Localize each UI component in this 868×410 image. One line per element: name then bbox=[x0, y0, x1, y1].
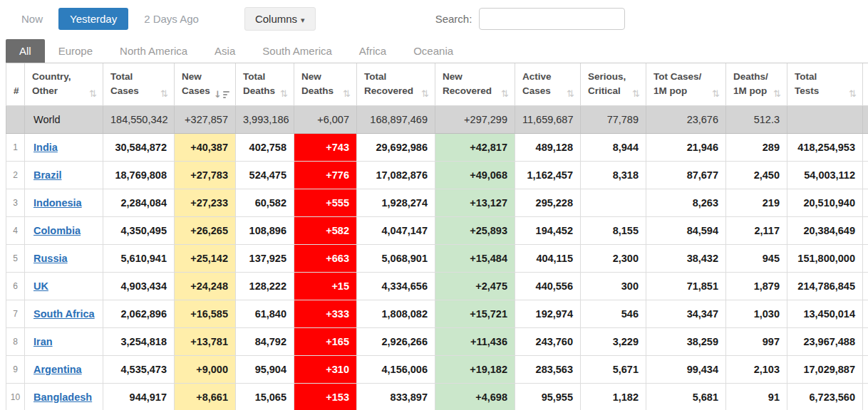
covid-stats-table: #Country, Other⇅Total Cases⇅New Cases↓To… bbox=[6, 63, 868, 410]
country-link[interactable]: Brazil bbox=[33, 169, 62, 181]
cell-total-cases: 3,254,818 bbox=[103, 327, 175, 355]
cell-new-cases: +9,000 bbox=[175, 355, 236, 383]
column-header-serious-critical[interactable]: Serious, Critical⇅ bbox=[581, 63, 646, 105]
cell-total-deaths: 61,840 bbox=[236, 300, 294, 327]
column-header-total-recovered[interactable]: Total Recovered⇅ bbox=[357, 63, 435, 105]
cell-country: Brazil bbox=[25, 161, 103, 189]
cell-total-tests: 6,723,560 bbox=[787, 383, 863, 410]
cell-active-cases: 11,659,687 bbox=[515, 105, 581, 133]
cell-total-recovered: 1,808,082 bbox=[357, 300, 435, 327]
time-filter-2-days-ago[interactable]: 2 Days Ago bbox=[135, 8, 207, 30]
column-header-active-cases[interactable]: Active Cases⇅ bbox=[515, 63, 581, 105]
cell-new-recovered: +42,817 bbox=[435, 133, 515, 161]
country-link[interactable]: Iran bbox=[33, 336, 53, 347]
country-link[interactable]: Argentina bbox=[33, 364, 82, 375]
column-header-deaths-1m[interactable]: Deaths/ 1M pop⇅ bbox=[726, 63, 787, 105]
search-input[interactable] bbox=[479, 8, 625, 30]
table-row-india: 1India30,584,872+40,387402,758+74329,692… bbox=[6, 133, 868, 161]
country-link[interactable]: India bbox=[33, 142, 58, 153]
cell-tot-cases-1m: 21,946 bbox=[646, 133, 726, 161]
tab-oceania[interactable]: Oceania bbox=[400, 39, 467, 63]
cell-serious-critical: 5,671 bbox=[581, 355, 646, 383]
country-link[interactable]: Bangladesh bbox=[33, 391, 92, 403]
column-header-country[interactable]: Country, Other⇅ bbox=[25, 63, 103, 105]
cell-total-tests: 23,967,488 bbox=[787, 327, 863, 355]
tab-africa[interactable]: Africa bbox=[346, 39, 400, 63]
cell-total-tests: 17,029,887 bbox=[787, 355, 863, 383]
sort-both-icon: ⇅ bbox=[421, 88, 429, 99]
search-label: Search: bbox=[435, 13, 472, 25]
cutoff-column-cell bbox=[863, 244, 868, 272]
cell-country: South Africa bbox=[25, 300, 103, 327]
time-filter-now[interactable]: Now bbox=[13, 8, 51, 30]
column-header-label: Serious, Critical bbox=[588, 70, 626, 99]
cell-new-deaths: +165 bbox=[294, 327, 357, 355]
cell-new-deaths: +582 bbox=[294, 216, 357, 244]
cell-tot-cases-1m: 38,259 bbox=[646, 327, 726, 355]
caret-down-icon: ▾ bbox=[301, 16, 305, 24]
sort-both-icon: ⇅ bbox=[160, 88, 168, 99]
cell-total-tests: 151,800,000 bbox=[787, 244, 863, 272]
tab-asia[interactable]: Asia bbox=[201, 39, 249, 63]
country-link[interactable]: South Africa bbox=[33, 308, 95, 320]
table-header-row: #Country, Other⇅Total Cases⇅New Cases↓To… bbox=[6, 63, 868, 105]
column-header-total-cases[interactable]: Total Cases⇅ bbox=[103, 63, 175, 105]
cell-tot-cases-1m: 34,347 bbox=[646, 300, 726, 327]
cell-total-cases: 4,903,434 bbox=[103, 272, 175, 300]
cell-new-deaths: +555 bbox=[294, 189, 357, 216]
tab-all[interactable]: All bbox=[6, 39, 45, 63]
cell-tot-cases-1m: 38,432 bbox=[646, 244, 726, 272]
cell-active-cases: 243,760 bbox=[515, 327, 581, 355]
cell-rank: 10 bbox=[6, 383, 25, 410]
cell-active-cases: 1,162,457 bbox=[515, 161, 581, 189]
column-header-label: Country, Other bbox=[32, 70, 71, 99]
columns-dropdown-button[interactable]: Columns▾ bbox=[244, 7, 316, 31]
country-link[interactable]: Indonesia bbox=[33, 197, 82, 209]
cell-rank: 5 bbox=[6, 244, 25, 272]
cell-new-deaths: +15 bbox=[294, 272, 357, 300]
sort-both-icon: ⇅ bbox=[632, 88, 640, 99]
column-header-new-cases[interactable]: New Cases↓ bbox=[175, 63, 236, 105]
cell-new-deaths: +333 bbox=[294, 300, 357, 327]
cell-new-cases: +16,585 bbox=[175, 300, 236, 327]
cell-tot-cases-1m: 84,594 bbox=[646, 216, 726, 244]
column-header-total-deaths[interactable]: Total Deaths⇅ bbox=[236, 63, 294, 105]
sort-arrow-down: ↓ bbox=[214, 90, 222, 99]
cell-total-recovered: 4,047,147 bbox=[357, 216, 435, 244]
cell-rank: 8 bbox=[6, 327, 25, 355]
column-header-label: New Recovered bbox=[443, 70, 492, 99]
cell-total-cases: 4,535,473 bbox=[103, 355, 175, 383]
country-link[interactable]: Colombia bbox=[33, 225, 81, 236]
country-link[interactable]: UK bbox=[33, 280, 48, 292]
tab-north-america[interactable]: North America bbox=[106, 39, 201, 63]
cutoff-column-cell bbox=[863, 105, 868, 133]
country-link[interactable]: Russia bbox=[33, 253, 68, 264]
cutoff-column-cell bbox=[863, 327, 868, 355]
cell-deaths-1m: 1,879 bbox=[726, 272, 787, 300]
tab-europe[interactable]: Europe bbox=[45, 39, 106, 63]
column-header-label: Total Tests bbox=[795, 70, 819, 99]
tab-south-america[interactable]: South America bbox=[249, 39, 346, 63]
column-header-tot-cases-1m[interactable]: Tot Cases/ 1M pop⇅ bbox=[646, 63, 726, 105]
cutoff-column-cell bbox=[863, 189, 868, 216]
cell-active-cases: 192,974 bbox=[515, 300, 581, 327]
cell-total-tests: 418,254,953 bbox=[787, 133, 863, 161]
column-header-total-tests[interactable]: Total Tests⇅ bbox=[787, 63, 863, 105]
cell-total-cases: 4,350,495 bbox=[103, 216, 175, 244]
cell-new-cases: +27,783 bbox=[175, 161, 236, 189]
cell-country: Russia bbox=[25, 244, 103, 272]
cutoff-column-cell bbox=[863, 272, 868, 300]
cell-rank: 3 bbox=[6, 189, 25, 216]
column-header-new-deaths[interactable]: New Deaths⇅ bbox=[294, 63, 357, 105]
cell-new-cases: +8,661 bbox=[175, 383, 236, 410]
column-header-new-recovered[interactable]: New Recovered⇅ bbox=[435, 63, 515, 105]
column-header-label: Total Recovered bbox=[364, 70, 413, 99]
cell-new-cases: +24,248 bbox=[175, 272, 236, 300]
time-filter-yesterday[interactable]: Yesterday bbox=[58, 8, 128, 30]
cell-tot-cases-1m: 87,677 bbox=[646, 161, 726, 189]
cell-serious-critical: 3,229 bbox=[581, 327, 646, 355]
cell-total-recovered: 5,068,901 bbox=[357, 244, 435, 272]
cell-serious-critical: 77,789 bbox=[581, 105, 646, 133]
cell-total-cases: 944,917 bbox=[103, 383, 175, 410]
cell-tot-cases-1m: 99,434 bbox=[646, 355, 726, 383]
